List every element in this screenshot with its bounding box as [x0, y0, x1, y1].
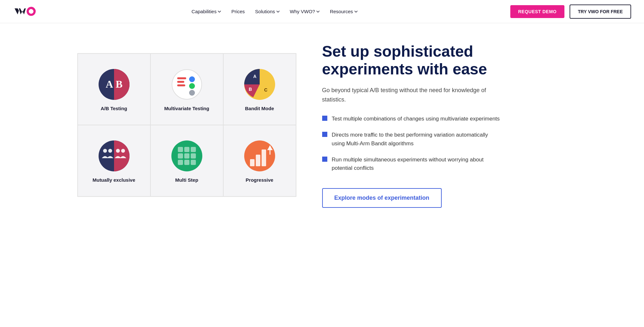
- bandit-icon: A B C: [244, 69, 275, 100]
- nav-capabilities[interactable]: Capabilities: [192, 9, 221, 14]
- svg-point-16: [103, 149, 107, 153]
- svg-point-17: [108, 149, 112, 153]
- experiment-grid-section: A B A/B Testing: [77, 53, 296, 197]
- main-subtext: Go beyond typical A/B testing without th…: [322, 86, 503, 104]
- svg-point-9: [189, 83, 195, 89]
- bandit-label: Bandit Mode: [245, 106, 274, 111]
- bullet-1: Test multiple combinations of changes us…: [322, 115, 503, 123]
- svg-rect-23: [191, 147, 196, 152]
- multi-step-icon: [171, 140, 202, 171]
- ab-testing-icon: A B: [99, 69, 130, 100]
- bullet-icon-2: [322, 132, 327, 137]
- svg-rect-26: [191, 153, 196, 159]
- svg-point-4: [172, 70, 202, 99]
- try-free-button[interactable]: TRY VWO FOR FREE: [570, 5, 631, 19]
- svg-point-8: [189, 76, 195, 82]
- mutually-exclusive-label: Mutually exclusive: [92, 177, 135, 183]
- svg-rect-32: [256, 155, 260, 166]
- progressive-icon: [244, 140, 275, 171]
- svg-point-10: [189, 90, 195, 96]
- svg-text:A: A: [106, 78, 113, 90]
- navbar: Capabilities Prices Solutions Why VWO? R…: [0, 0, 644, 23]
- ab-testing-label: A/B Testing: [101, 106, 127, 111]
- bullet-3-text: Run multiple simultaneous experiments wi…: [332, 156, 503, 173]
- grid-cell-bandit[interactable]: A B C Bandit Mode: [224, 54, 296, 125]
- svg-rect-29: [191, 160, 196, 165]
- text-section: Set up sophisticated experiments with ea…: [316, 43, 567, 208]
- svg-rect-25: [184, 153, 189, 159]
- grid-cell-progressive[interactable]: Progressive: [224, 125, 296, 196]
- svg-rect-21: [178, 147, 183, 152]
- svg-point-19: [121, 149, 125, 153]
- mutually-exclusive-icon: [99, 140, 130, 171]
- bullet-icon-3: [322, 157, 327, 162]
- progressive-label: Progressive: [246, 177, 274, 183]
- svg-text:B: B: [116, 78, 122, 90]
- multivariate-icon: [171, 69, 202, 100]
- svg-point-18: [116, 149, 120, 153]
- svg-rect-33: [262, 149, 266, 166]
- svg-rect-28: [184, 160, 189, 165]
- grid-cell-multivariate[interactable]: Multivariate Testing: [151, 54, 223, 125]
- explore-button[interactable]: Explore modes of experimentation: [322, 188, 442, 208]
- bullet-1-text: Test multiple combinations of changes us…: [332, 115, 500, 123]
- grid-cell-mutually-exclusive[interactable]: Mutually exclusive: [78, 125, 150, 196]
- main-content: A B A/B Testing: [64, 23, 580, 227]
- feature-bullets: Test multiple combinations of changes us…: [322, 115, 567, 173]
- grid-cell-ab-testing[interactable]: A B A/B Testing: [78, 54, 150, 125]
- experiment-grid: A B A/B Testing: [77, 53, 296, 197]
- svg-rect-6: [177, 81, 184, 83]
- nav-actions: REQUEST DEMO TRY VWO FOR FREE: [510, 5, 631, 19]
- nav-why-vwo[interactable]: Why VWO?: [290, 9, 320, 14]
- svg-rect-24: [178, 153, 183, 159]
- multivariate-label: Multivariate Testing: [164, 106, 209, 111]
- nav-solutions[interactable]: Solutions: [255, 9, 280, 14]
- bullet-3: Run multiple simultaneous experiments wi…: [322, 156, 503, 173]
- svg-text:C: C: [264, 87, 267, 92]
- request-demo-button[interactable]: REQUEST DEMO: [510, 5, 564, 18]
- svg-text:A: A: [253, 74, 256, 79]
- multi-step-label: Multi Step: [175, 177, 198, 183]
- bullet-icon-1: [322, 116, 327, 121]
- bullet-2-text: Directs more traffic to the best perform…: [332, 131, 503, 148]
- main-headline: Set up sophisticated experiments with ea…: [322, 43, 567, 78]
- nav-links: Capabilities Prices Solutions Why VWO? R…: [192, 9, 358, 14]
- grid-cell-multi-step[interactable]: Multi Step: [151, 125, 223, 196]
- nav-prices[interactable]: Prices: [231, 9, 245, 14]
- bullet-2: Directs more traffic to the best perform…: [322, 131, 503, 148]
- svg-rect-27: [178, 160, 183, 165]
- svg-rect-31: [250, 159, 255, 166]
- svg-rect-5: [177, 77, 186, 79]
- logo[interactable]: [13, 5, 39, 18]
- nav-resources[interactable]: Resources: [330, 9, 358, 14]
- svg-text:B: B: [249, 87, 252, 92]
- svg-rect-22: [184, 147, 189, 152]
- svg-rect-7: [177, 84, 185, 86]
